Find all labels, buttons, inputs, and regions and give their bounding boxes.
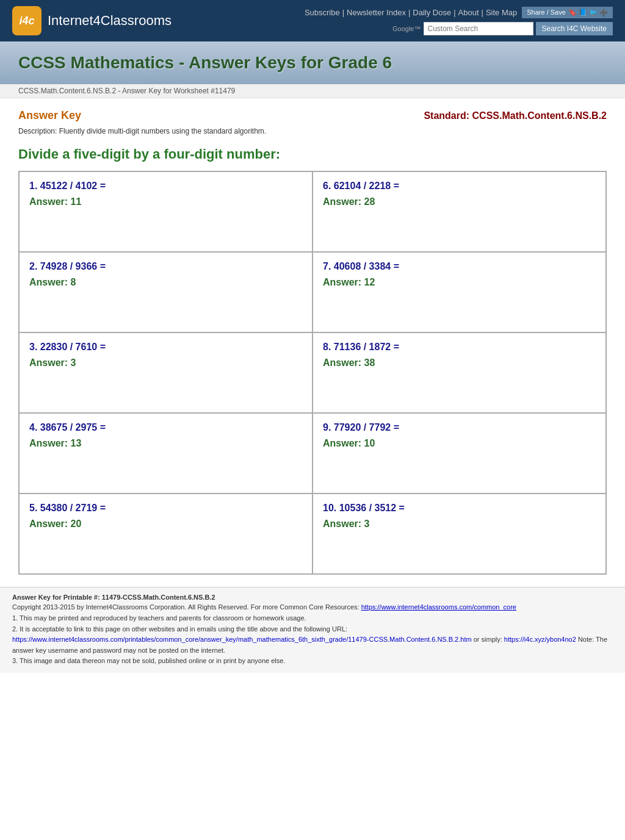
nav-top: Subscribe | Newsletter Index | Daily Dos… (305, 7, 613, 35)
problem-row-2: 2. 74928 / 9366 = Answer: 8 7. 40608 / 3… (20, 253, 605, 333)
problem-equation-4: 4. 38675 / 2975 = (29, 422, 302, 433)
footer-common-core-link[interactable]: https://www.internet4classrooms.com/comm… (361, 603, 516, 611)
footer-note-3: 3. This image and data thereon may not b… (12, 656, 613, 667)
nav-links: Subscribe | Newsletter Index | Daily Dos… (305, 8, 517, 17)
footer-note-1: 1. This may be printed and reproduced by… (12, 613, 613, 624)
share-icons: 🔖 📘 🐦 ➕ (568, 9, 608, 16)
problem-cell-3: 3. 22830 / 7610 = Answer: 3 (20, 333, 313, 412)
search-input[interactable] (424, 22, 533, 35)
footer-short-url[interactable]: https://i4c.xyz/ybon4no2 (504, 636, 576, 643)
footer-full-url[interactable]: https://www.internet4classrooms.com/prin… (12, 636, 472, 643)
banner-title: CCSS Mathematics - Answer Keys for Grade… (18, 53, 392, 73)
problem-cell-4: 4. 38675 / 2975 = Answer: 13 (20, 414, 313, 493)
problem-equation-1: 1. 45122 / 4102 = (29, 181, 302, 192)
problem-answer-1: Answer: 11 (29, 196, 302, 207)
search-bar: Google™ Search I4C Website (392, 22, 613, 35)
problem-equation-8: 8. 71136 / 1872 = (323, 342, 596, 353)
logo-icon: i4c (12, 6, 42, 35)
problem-cell-5: 5. 54380 / 2719 = Answer: 20 (20, 494, 313, 573)
problem-equation-10: 10. 10536 / 3512 = (323, 503, 596, 514)
problem-cell-8: 8. 71136 / 1872 = Answer: 38 (313, 333, 605, 412)
problem-equation-5: 5. 54380 / 2719 = (29, 503, 302, 514)
problem-equation-7: 7. 40608 / 3384 = (323, 261, 596, 272)
problem-answer-5: Answer: 20 (29, 519, 302, 529)
problem-answer-8: Answer: 38 (323, 357, 596, 368)
problem-cell-2: 2. 74928 / 9366 = Answer: 8 (20, 253, 313, 332)
description: Description: Fluently divide multi-digit… (18, 124, 607, 142)
problem-answer-7: Answer: 12 (323, 277, 596, 288)
problem-equation-3: 3. 22830 / 7610 = (29, 342, 302, 353)
answer-key-header: Answer Key Standard: CCSS.Math.Content.6… (18, 104, 607, 124)
problem-answer-9: Answer: 10 (323, 438, 596, 449)
site-title: Internet4Classrooms (48, 13, 172, 29)
search-button[interactable]: Search I4C Website (536, 22, 613, 35)
site-header: i4c Internet4Classrooms Subscribe | News… (0, 0, 625, 41)
footer-printable-label: Answer Key for Printable #: 11479-CCSS.M… (12, 594, 613, 601)
nav-sitemap[interactable]: Site Map (486, 8, 517, 17)
problem-cell-7: 7. 40608 / 3384 = Answer: 12 (313, 253, 605, 332)
breadcrumb-text: CCSS.Math.Content.6.NS.B.2 - Answer Key … (18, 87, 235, 95)
footer: Answer Key for Printable #: 11479-CCSS.M… (0, 587, 625, 673)
problem-row-4: 4. 38675 / 2975 = Answer: 13 9. 77920 / … (20, 414, 605, 494)
standard-label: Standard: CCSS.Math.Content.6.NS.B.2 (424, 110, 607, 121)
problem-cell-1: 1. 45122 / 4102 = Answer: 11 (20, 172, 313, 251)
problem-cell-9: 9. 77920 / 7792 = Answer: 10 (313, 414, 605, 493)
nav-daily-dose[interactable]: Daily Dose (413, 8, 451, 17)
problem-answer-2: Answer: 8 (29, 277, 302, 288)
problem-answer-4: Answer: 13 (29, 438, 302, 449)
footer-notes: 1. This may be printed and reproduced by… (12, 613, 613, 667)
problem-equation-6: 6. 62104 / 2218 = (323, 181, 596, 192)
main-content: Answer Key Standard: CCSS.Math.Content.6… (0, 98, 625, 587)
problem-answer-6: Answer: 28 (323, 196, 596, 207)
problem-row-3: 3. 22830 / 7610 = Answer: 3 8. 71136 / 1… (20, 333, 605, 414)
nav-subscribe[interactable]: Subscribe (305, 8, 340, 17)
problem-row-1: 1. 45122 / 4102 = Answer: 11 6. 62104 / … (20, 172, 605, 253)
problem-answer-3: Answer: 3 (29, 357, 302, 368)
footer-url-line: https://www.internet4classrooms.com/prin… (12, 634, 613, 656)
problem-row-5: 5. 54380 / 2719 = Answer: 20 10. 10536 /… (20, 494, 605, 573)
problems-grid: 1. 45122 / 4102 = Answer: 11 6. 62104 / … (18, 171, 607, 575)
problem-equation-2: 2. 74928 / 9366 = (29, 261, 302, 272)
banner: CCSS Mathematics - Answer Keys for Grade… (0, 41, 625, 84)
worksheet-title: Divide a five-digit by a four-digit numb… (18, 142, 607, 171)
share-save-button[interactable]: Share / Save 🔖 📘 🐦 ➕ (522, 7, 613, 18)
problem-cell-10: 10. 10536 / 3512 = Answer: 3 (313, 494, 605, 573)
logo-area: i4c Internet4Classrooms (12, 6, 172, 35)
answer-key-title: Answer Key (18, 109, 81, 122)
breadcrumb: CCSS.Math.Content.6.NS.B.2 - Answer Key … (0, 84, 625, 98)
problem-answer-10: Answer: 3 (323, 519, 596, 529)
nav-newsletter[interactable]: Newsletter Index (347, 8, 406, 17)
nav-about[interactable]: About (458, 8, 479, 17)
problem-cell-6: 6. 62104 / 2218 = Answer: 28 (313, 172, 605, 251)
footer-copyright: Copyright 2013-2015 by Internet4Classroo… (12, 603, 613, 611)
footer-note-2: 2. It is acceptable to link to this page… (12, 624, 613, 635)
google-label: Google™ (392, 25, 421, 32)
problem-equation-9: 9. 77920 / 7792 = (323, 422, 596, 433)
